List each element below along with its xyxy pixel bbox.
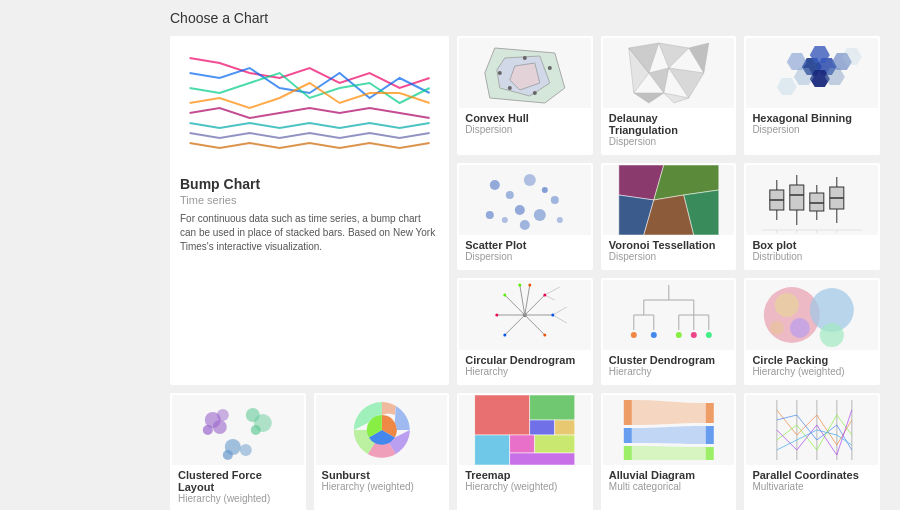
delaunay-info: Delaunay Triangulation Dispersion: [603, 108, 735, 153]
card-boxplot[interactable]: Box plot Distribution: [744, 163, 880, 270]
svg-rect-107: [475, 435, 510, 465]
card-cluster-dendrogram[interactable]: Cluster Dendrogram Hierarchy: [601, 278, 737, 385]
card-clustered-force[interactable]: Clustered Force Layout Hierarchy (weight…: [170, 393, 306, 510]
boxplot-sub: Distribution: [752, 251, 872, 262]
card-scatter[interactable]: Scatter Plot Dispersion: [457, 163, 593, 270]
svg-point-19: [524, 174, 536, 186]
svg-point-92: [770, 321, 784, 335]
card-voronoi[interactable]: Voronoi Tessellation Dispersion: [601, 163, 737, 270]
treemap-sub: Hierarchy (weighted): [465, 481, 585, 492]
svg-point-70: [518, 284, 521, 287]
bump-chart-large-label: Bump Chart: [172, 168, 447, 194]
circular-dendrogram-info: Circular Dendrogram Hierarchy: [459, 350, 591, 383]
card-alluvial[interactable]: Alluvial Diagram Multi categorical: [601, 393, 737, 510]
voronoi-info: Voronoi Tessellation Dispersion: [603, 235, 735, 268]
card-circle-packing[interactable]: Circle Packing Hierarchy (weighted): [744, 278, 880, 385]
svg-rect-105: [530, 420, 555, 435]
svg-point-27: [520, 220, 530, 230]
svg-line-59: [545, 287, 560, 295]
voronoi-label: Voronoi Tessellation: [609, 239, 729, 251]
sunburst-label: Sunburst: [322, 469, 442, 481]
scatter-label: Scatter Plot: [465, 239, 585, 251]
convex-hull-info: Convex Hull Dispersion: [459, 108, 591, 141]
svg-point-85: [691, 332, 697, 338]
svg-rect-116: [706, 447, 714, 460]
svg-point-20: [542, 187, 548, 193]
svg-rect-40: [810, 193, 824, 211]
convex-hull-preview: [459, 38, 591, 108]
bump-chart-desc: For continuous data such as time series,…: [172, 206, 447, 383]
svg-rect-103: [475, 395, 530, 435]
page: Choose a Chart Bump Chart Time series: [0, 0, 900, 510]
alluvial-info: Alluvial Diagram Multi categorical: [603, 465, 735, 498]
card-hexagonal[interactable]: Hexagonal Binning Dispersion: [744, 36, 880, 155]
hexagonal-label: Hexagonal Binning: [752, 112, 872, 124]
svg-point-89: [820, 323, 844, 347]
scatter-info: Scatter Plot Dispersion: [459, 235, 591, 268]
card-parallel[interactable]: Parallel Coordinates Multivariate: [744, 393, 880, 510]
delaunay-sub: Dispersion: [609, 136, 729, 147]
svg-marker-13: [669, 68, 704, 98]
hexagonal-preview: [746, 38, 878, 108]
svg-point-84: [676, 332, 682, 338]
svg-point-94: [217, 409, 229, 421]
chart-grid: Bump Chart Time series For continuous da…: [170, 36, 880, 510]
card-sunburst[interactable]: Sunburst Hierarchy (weighted): [314, 393, 450, 510]
boxplot-preview: [746, 165, 878, 235]
svg-line-61: [553, 307, 567, 315]
parallel-preview: [746, 395, 878, 465]
card-circular-dendrogram[interactable]: Circular Dendrogram Hierarchy: [457, 278, 593, 385]
card-treemap[interactable]: Treemap Hierarchy (weighted): [457, 393, 593, 510]
bump-chart-preview: [172, 38, 447, 168]
hexagonal-info: Hexagonal Binning Dispersion: [746, 108, 878, 141]
svg-point-69: [528, 284, 531, 287]
treemap-label: Treemap: [465, 469, 585, 481]
clustered-force-preview: [172, 395, 304, 465]
svg-marker-15: [664, 93, 689, 103]
circle-packing-sub: Hierarchy (weighted): [752, 366, 872, 377]
svg-point-68: [503, 334, 506, 337]
svg-point-95: [203, 425, 213, 435]
scatter-preview: [459, 165, 591, 235]
clustered-force-info: Clustered Force Layout Hierarchy (weight…: [172, 465, 304, 510]
svg-marker-12: [649, 68, 669, 93]
svg-point-91: [790, 318, 810, 338]
svg-point-99: [251, 425, 261, 435]
sunburst-info: Sunburst Hierarchy (weighted): [316, 465, 448, 498]
svg-point-101: [240, 444, 252, 456]
boxplot-info: Box plot Distribution: [746, 235, 878, 268]
svg-rect-113: [624, 446, 632, 460]
card-delaunay[interactable]: Delaunay Triangulation Dispersion: [601, 36, 737, 155]
svg-rect-110: [510, 453, 575, 465]
cluster-dendrogram-label: Cluster Dendrogram: [609, 354, 729, 366]
svg-point-90: [775, 293, 799, 317]
svg-marker-16: [767, 38, 787, 55]
alluvial-sub: Multi categorical: [609, 481, 729, 492]
svg-rect-111: [624, 400, 632, 425]
card-convex-hull[interactable]: Convex Hull Dispersion: [457, 36, 593, 155]
circular-dendrogram-preview: [459, 280, 591, 350]
svg-rect-114: [706, 403, 714, 423]
svg-point-22: [515, 205, 525, 215]
hexagonal-sub: Dispersion: [752, 124, 872, 135]
treemap-info: Treemap Hierarchy (weighted): [459, 465, 591, 498]
svg-point-3: [498, 71, 502, 75]
cluster-dendrogram-info: Cluster Dendrogram Hierarchy: [603, 350, 735, 383]
svg-rect-108: [510, 435, 535, 453]
voronoi-preview: [603, 165, 735, 235]
cluster-dendrogram-sub: Hierarchy: [609, 366, 729, 377]
cluster-dendrogram-preview: [603, 280, 735, 350]
svg-marker-14: [634, 93, 664, 103]
svg-marker-10: [689, 43, 709, 73]
sunburst-sub: Hierarchy (weighted): [322, 481, 442, 492]
svg-point-21: [551, 196, 559, 204]
svg-point-66: [503, 294, 506, 297]
svg-point-82: [631, 332, 637, 338]
svg-point-24: [534, 209, 546, 221]
card-bump-chart[interactable]: Bump Chart Time series For continuous da…: [170, 36, 449, 385]
circular-dendrogram-sub: Hierarchy: [465, 366, 585, 377]
svg-point-6: [533, 91, 537, 95]
svg-point-17: [490, 180, 500, 190]
circle-packing-label: Circle Packing: [752, 354, 872, 366]
svg-point-83: [651, 332, 657, 338]
